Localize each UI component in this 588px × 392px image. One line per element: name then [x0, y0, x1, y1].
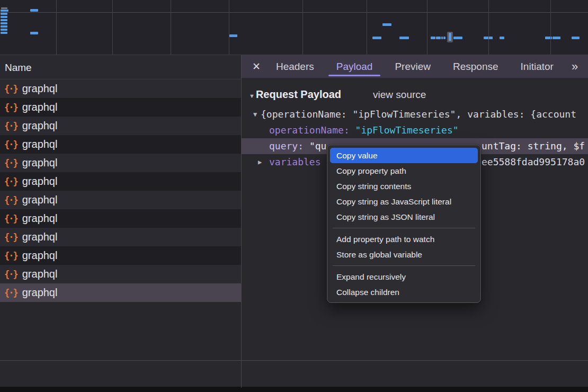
tab-response[interactable]: Response	[453, 55, 498, 78]
panel-splitter[interactable]	[241, 55, 242, 388]
waterfall-request-bar	[500, 37, 504, 39]
overview-gridline	[367, 0, 367, 55]
waterfall-request-bar	[1, 22, 7, 24]
overview-selected-tick	[449, 33, 451, 41]
json-braces-icon: {·}	[4, 176, 17, 187]
property-value-left: "qu	[309, 140, 327, 152]
waterfall-request-bar	[453, 37, 462, 39]
footer-divider	[0, 360, 588, 361]
menu-item-copy-string-contents[interactable]: Copy string contents	[330, 179, 478, 194]
column-header-name-label: Name	[5, 62, 32, 73]
network-request-row[interactable]: {·}graphql	[0, 79, 241, 98]
property-key: variables	[269, 156, 321, 167]
overview-gridline	[302, 0, 303, 55]
request-name-label: graphql	[22, 287, 58, 299]
network-request-row[interactable]: {·}graphql	[0, 209, 241, 228]
json-braces-icon: {·}	[4, 195, 17, 206]
waterfall-request-bar	[431, 37, 435, 39]
network-request-row[interactable]: {·}graphql	[0, 191, 241, 209]
network-overview-timeline[interactable]	[0, 0, 588, 55]
menu-item-copy-string-as-javascript-literal[interactable]: Copy string as JavaScript literal	[330, 194, 478, 209]
request-name-label: graphql	[22, 212, 58, 225]
detail-tabs: HeadersPayloadPreviewResponseInitiator	[276, 55, 554, 78]
request-name-label: graphql	[22, 175, 58, 188]
property-key: query:	[269, 140, 304, 152]
close-icon[interactable]: ✕	[252, 60, 261, 73]
json-braces-icon: {·}	[4, 288, 17, 298]
overview-selected-marker	[447, 32, 453, 42]
property-value-right: untTag: string, $f	[482, 138, 585, 154]
network-request-row[interactable]: {·}graphql	[0, 228, 241, 246]
menu-divider	[333, 228, 475, 228]
view-source-link[interactable]: view source	[373, 89, 426, 101]
json-braces-icon: {·}	[4, 139, 17, 150]
network-request-row[interactable]: {·}graphql	[0, 283, 241, 302]
waterfall-request-bar	[229, 34, 237, 37]
waterfall-request-bar	[1, 29, 7, 31]
waterfall-request-bar	[436, 37, 441, 39]
waterfall-request-bar	[572, 37, 580, 39]
window-bottom-edge	[0, 387, 588, 392]
json-braces-icon: {·}	[4, 102, 17, 113]
property-key: operationName:	[269, 124, 350, 136]
menu-item-expand-recursively[interactable]: Expand recursively	[330, 269, 478, 284]
json-braces-icon: {·}	[4, 232, 17, 243]
network-request-row[interactable]: {·}graphql	[0, 135, 241, 154]
network-request-row[interactable]: {·}graphql	[0, 172, 241, 191]
detail-tab-bar: ✕ HeadersPayloadPreviewResponseInitiator…	[242, 55, 588, 78]
waterfall-request-bar	[372, 37, 381, 39]
network-request-row[interactable]: {·}graphql	[0, 265, 241, 283]
overview-gridline	[56, 0, 57, 55]
tree-row-root[interactable]: ▼ {operationName: "ipFlowTimeseries", va…	[242, 106, 588, 122]
waterfall-request-bar	[1, 10, 8, 12]
tab-preview[interactable]: Preview	[395, 55, 431, 78]
expand-triangle-icon[interactable]: ▶	[258, 154, 262, 170]
waterfall-request-bar	[1, 7, 7, 9]
menu-item-store-as-global-variable[interactable]: Store as global variable	[330, 247, 478, 262]
tab-headers[interactable]: Headers	[276, 55, 314, 78]
overview-gridline	[229, 0, 229, 55]
network-request-row[interactable]: {·}graphql	[0, 98, 241, 117]
waterfall-request-bar	[30, 32, 38, 34]
menu-item-copy-string-as-json-literal[interactable]: Copy string as JSON literal	[330, 209, 478, 225]
request-rows: {·}graphql{·}graphql{·}graphql{·}graphql…	[0, 79, 241, 302]
more-tabs-icon[interactable]: »	[572, 60, 576, 74]
overview-gridline	[112, 0, 113, 55]
network-request-row[interactable]: {·}graphql	[0, 154, 241, 172]
network-request-row[interactable]: {·}graphql	[0, 117, 241, 135]
column-header-name[interactable]: Name	[0, 56, 241, 79]
waterfall-request-bar	[1, 13, 7, 15]
devtools-network-panel: Name {·}graphql{·}graphql{·}graphql{·}gr…	[0, 0, 588, 392]
json-braces-icon: {·}	[4, 121, 17, 131]
menu-item-add-property-path-to-watch[interactable]: Add property path to watch	[330, 231, 478, 247]
tree-row-operation-name[interactable]: operationName: "ipFlowTimeseries"	[242, 122, 588, 138]
collapse-triangle-icon[interactable]: ▼	[249, 93, 255, 99]
waterfall-request-bar	[1, 32, 7, 34]
waterfall-request-bar	[1, 16, 7, 18]
request-name-label: graphql	[22, 231, 58, 243]
waterfall-request-bar	[553, 37, 560, 39]
menu-item-collapse-children[interactable]: Collapse children	[330, 284, 478, 300]
waterfall-request-bar	[399, 37, 409, 39]
overview-gridline-horizontal	[0, 12, 588, 13]
collapse-triangle-icon[interactable]: ▼	[253, 106, 257, 122]
waterfall-request-bar	[1, 19, 7, 21]
section-title: Request Payload	[256, 88, 341, 101]
waterfall-request-bar	[1, 25, 7, 28]
request-name-label: graphql	[22, 157, 58, 169]
network-request-row[interactable]: {·}graphql	[0, 246, 241, 265]
status-footer	[0, 361, 588, 387]
tab-initiator[interactable]: Initiator	[521, 55, 554, 78]
context-menu: Copy valueCopy property pathCopy string …	[327, 145, 481, 303]
menu-item-copy-value[interactable]: Copy value	[330, 148, 478, 163]
request-payload-section[interactable]: ▼Request Payload view source	[249, 88, 426, 101]
request-list-panel: Name {·}graphql{·}graphql{·}graphql{·}gr…	[0, 56, 241, 392]
request-name-label: graphql	[22, 83, 58, 95]
overview-gridline	[171, 0, 171, 55]
menu-item-copy-property-path[interactable]: Copy property path	[330, 163, 478, 179]
json-braces-icon: {·}	[4, 251, 17, 261]
request-name-label: graphql	[22, 194, 58, 206]
overview-gridline	[488, 0, 489, 55]
waterfall-request-bar	[443, 37, 446, 39]
tab-payload[interactable]: Payload	[336, 55, 373, 78]
